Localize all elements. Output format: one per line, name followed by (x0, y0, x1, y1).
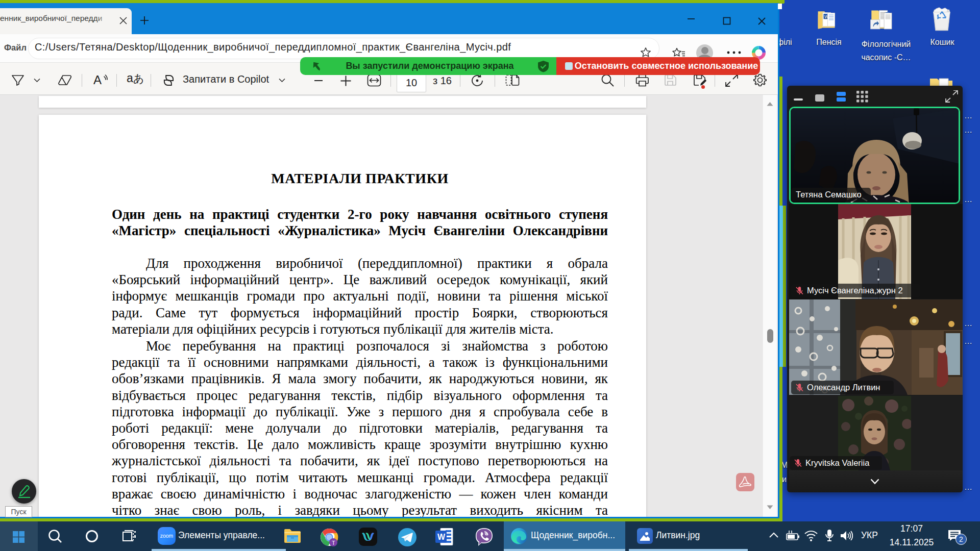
svg-text:T: T (332, 540, 335, 546)
svg-text:A: A (93, 73, 102, 87)
svg-text:W: W (437, 533, 446, 541)
